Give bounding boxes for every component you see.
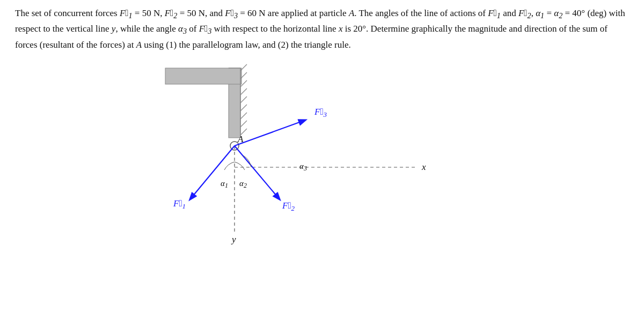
problem-text: The set of concurrent forces F⃗1 = 50 N,…	[15, 6, 627, 52]
diagram-svg: x y A F⃗1	[15, 57, 627, 245]
svg-line-4	[240, 64, 247, 71]
x-axis-label: x	[421, 162, 426, 172]
svg-rect-1	[165, 68, 241, 84]
svg-line-9	[240, 105, 247, 111]
diagram-area: x y A F⃗1	[15, 57, 627, 245]
svg-line-16	[190, 146, 235, 199]
y-axis-label: y	[231, 234, 236, 244]
f1-label: F⃗1	[173, 198, 186, 210]
alpha3-label: α3	[299, 162, 307, 172]
main-content: The set of concurrent forces F⃗1 = 50 N,…	[0, 0, 644, 249]
svg-line-8	[240, 96, 247, 103]
alpha1-label: α1	[221, 179, 228, 189]
svg-line-10	[240, 113, 247, 119]
svg-line-11	[240, 121, 247, 127]
f2-label: F⃗2	[282, 200, 295, 212]
svg-line-17	[235, 146, 280, 199]
svg-line-18	[235, 120, 305, 146]
alpha2-label: α2	[239, 179, 247, 189]
text-paragraph: The set of concurrent forces F⃗1 = 50 N,…	[15, 6, 627, 52]
f3-label: F⃗3	[314, 107, 327, 118]
svg-line-7	[240, 88, 247, 95]
